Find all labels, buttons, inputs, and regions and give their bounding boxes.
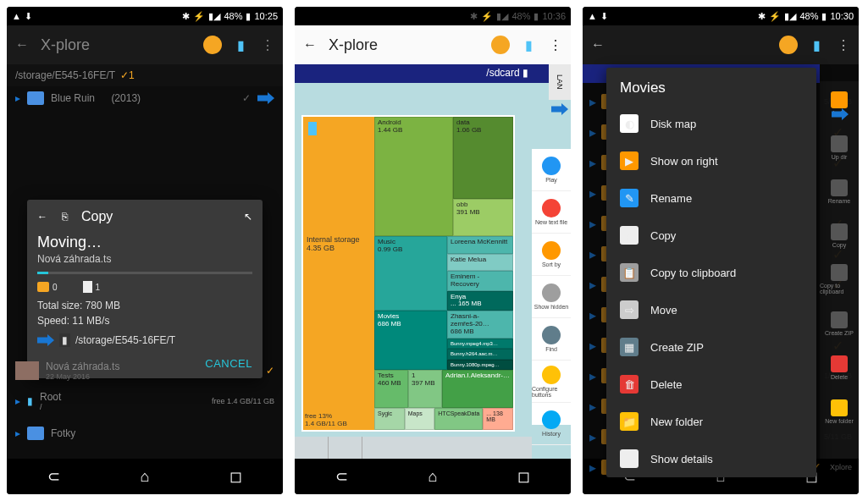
sidebar-button[interactable]: Rename [820, 169, 859, 213]
device-icon[interactable]: ▮ [232, 36, 249, 53]
menu-item[interactable]: ⇨Move [606, 291, 816, 328]
file-icon [83, 281, 92, 293]
folder-icon [37, 282, 49, 292]
back-icon[interactable]: ← [14, 36, 30, 53]
nav-back[interactable]: ⊂ [47, 467, 60, 486]
treemap-block[interactable]: Katie Melua [447, 254, 513, 272]
list-item[interactable]: Nová záhrada.ts22 May 2016 ✓ [7, 355, 283, 386]
menu-icon[interactable]: ⋮ [259, 36, 276, 53]
total-size: Total size: 780 MB [37, 298, 252, 313]
treemap-block[interactable]: 1397 MB [408, 370, 442, 407]
treemap-block[interactable]: Zhasni-a-zemřeš-20…686 MB [447, 311, 513, 338]
sidebar-button[interactable]: Copy to clipboard [820, 257, 859, 301]
sidebar-button[interactable]: Create ZIP [820, 301, 859, 345]
menu-icon[interactable]: ⋮ [835, 36, 852, 53]
treemap-block[interactable]: Android1.44 GB [374, 117, 453, 236]
back-icon[interactable]: ← [589, 36, 606, 53]
treemap-block[interactable]: Bunny.h264.aac.m… [447, 349, 513, 360]
disk-map[interactable]: Internal storage 4.35 GB free 13%1.4 GB/… [301, 115, 515, 432]
nav-home[interactable]: ⌂ [428, 468, 438, 486]
dialog-filename: Nová záhrada.ts [37, 253, 252, 265]
treemap-block[interactable]: obb391 MB [453, 199, 513, 236]
back-icon[interactable]: ← [301, 36, 318, 53]
action-sidebar: PlayNew text fileSort byShow hiddenFindC… [532, 149, 571, 425]
sidebar-button[interactable]: Copy [820, 213, 859, 257]
copy-dialog: ← ⎘ Copy ↖ Moving… Nová záhrada.ts 0 1 T… [27, 200, 263, 378]
app-bar: ← X-plore ▮ ⋮ [7, 25, 283, 64]
treemap-block[interactable]: Movies686 MB [374, 311, 447, 370]
app-title: X-plore [329, 36, 378, 54]
treemap-block[interactable]: Adrian.I.Aleksandr-… [442, 370, 513, 407]
menu-item[interactable]: 🗑Delete [606, 366, 816, 403]
speed: Speed: 11 MB/s [37, 313, 252, 328]
device-icon[interactable]: ▮ [520, 36, 537, 53]
path-bar[interactable]: /sdcard ▮ [295, 64, 549, 83]
bookmark-icon[interactable] [779, 36, 798, 54]
menu-item[interactable]: 📁New folder [606, 403, 816, 440]
sidebar-button[interactable]: Play [532, 149, 571, 191]
sidebar-button[interactable]: New folder [820, 389, 859, 433]
action-sidebar: AudioUp dirRenameCopyCopy to clipboardCr… [820, 81, 859, 459]
sidebar-button[interactable]: New text file [532, 191, 571, 234]
dialog-title: Copy [81, 209, 113, 224]
menu-item[interactable]: ◐Disk map [606, 105, 816, 142]
nav-recent[interactable]: ◻ [229, 467, 242, 486]
context-menu: Movies ◐Disk map▶Show on right✎Rename⎘Co… [606, 68, 816, 477]
menu-item[interactable]: 📋Copy to clipboard [606, 254, 816, 291]
menu-item[interactable]: ▦Create ZIP [606, 328, 816, 366]
treemap-block[interactable]: Eminem - Recovery [447, 271, 513, 291]
sidebar-button[interactable]: Up dir [820, 125, 859, 169]
menu-item[interactable]: ▶Show on right [606, 142, 816, 179]
android-nav: ⊂ ⌂ ◻ [295, 459, 571, 494]
sidebar-button[interactable]: Sort by [532, 234, 571, 276]
android-nav: ⊂ ⌂ ◻ [7, 459, 283, 494]
bottom-bar[interactable] [295, 437, 532, 459]
thumbnail [15, 361, 39, 380]
path-row[interactable]: /storage/E545-16FE/T ✓1 [7, 64, 283, 86]
sidebar-button[interactable]: Find [532, 318, 571, 361]
menu-item[interactable]: ⓘShow details [606, 440, 816, 477]
sidebar-button[interactable]: Show hidden [532, 276, 571, 318]
bookmark-icon[interactable] [203, 36, 222, 54]
treemap-block[interactable]: Sygic [374, 408, 405, 430]
treemap-block[interactable]: Bunny.1080p.mpeg… [447, 360, 513, 371]
treemap-block[interactable]: Internal storage 4.35 GB free 13%1.4 GB/… [303, 117, 374, 430]
nav-home[interactable]: ⌂ [141, 468, 150, 486]
bookmark-icon[interactable] [491, 36, 510, 54]
back-icon[interactable]: ← [37, 211, 47, 223]
list-item[interactable]: ▸▮ Root/ free 1.4 GB/11 GB [7, 386, 283, 416]
treemap-block[interactable]: ... 138 MB [483, 408, 513, 430]
expand-icon[interactable]: ↖ [244, 211, 252, 223]
sidebar-button[interactable]: History [532, 403, 571, 445]
status-bar: ▲⬇ ✱⚡▮◢48%▮10:25 [7, 7, 283, 25]
treemap-block[interactable]: Music0.99 GB [374, 236, 447, 311]
device-icon[interactable]: ▮ [808, 36, 825, 53]
arrow-icon [551, 103, 568, 115]
menu-item[interactable]: ✎Rename [606, 179, 816, 217]
menu-item[interactable]: ⎘Copy [606, 217, 816, 254]
lan-tab[interactable]: LAN [549, 64, 571, 100]
folder-icon [27, 427, 44, 440]
treemap-block[interactable]: Loreena McKennitt [447, 236, 513, 254]
treemap-block[interactable]: Maps [405, 408, 435, 430]
app-bar: ← ▮ ⋮ [583, 25, 859, 64]
nav-recent[interactable]: ◻ [517, 467, 530, 486]
app-title: X-plore [41, 36, 90, 54]
progress-bar [37, 272, 252, 274]
menu-title: Movies [606, 68, 816, 105]
treemap-block[interactable]: Bunny.mpeg4.mp3… [447, 339, 513, 350]
list-item[interactable]: ▸ Fotky [7, 421, 283, 445]
nav-back[interactable]: ⊂ [335, 467, 348, 486]
list-item[interactable]: ▸ Blue Ruin (2013) ✓ [7, 86, 283, 110]
status-bar: ▲⬇ ✱⚡▮◢48%▮10:30 [583, 7, 859, 25]
sidebar-button[interactable]: Configure buttons [532, 361, 571, 403]
treemap-block[interactable]: HTCSpeakData [434, 408, 483, 430]
menu-icon[interactable]: ⋮ [547, 36, 564, 53]
treemap-block[interactable]: Enya... 165 MB [447, 291, 513, 311]
treemap-block[interactable]: data1.06 GB [453, 117, 513, 199]
status-bar: ✱⚡▮◢48%▮10:36 [295, 7, 571, 25]
sidebar-button[interactable]: Delete [820, 345, 859, 389]
phone-icon [308, 122, 317, 135]
treemap-block[interactable]: Tests460 MB [374, 370, 408, 407]
copy-icon: ⎘ [56, 208, 73, 225]
